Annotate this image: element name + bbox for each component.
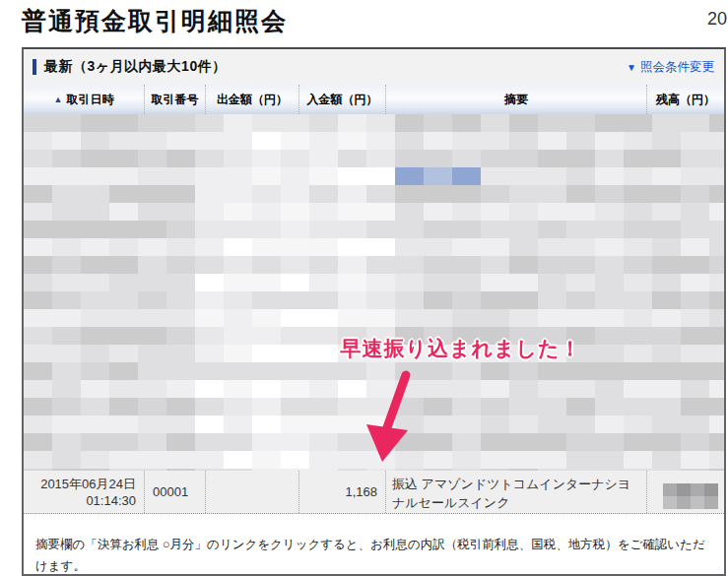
page-date-truncated: 20 [707,9,727,30]
redacted-balance [663,483,718,509]
accent-bar [33,59,36,75]
page-title: 普通預金取引明細照会 [22,5,288,37]
cell-withdrawal [205,471,298,513]
column-header-withdrawal: 出金額（円） [205,85,298,114]
column-header-deposit: 入金額（円） [298,85,385,114]
column-header-number: 取引番号 [144,85,205,114]
annotation-arrow-icon [343,369,422,468]
cell-number: 00001 [144,471,205,513]
table-header-row: ▲ 取引日時 取引番号 出金額（円） 入金額（円） 摘要 残高（円） [24,85,724,114]
date-line2: 01:14:30 [86,493,136,508]
column-header-datetime[interactable]: ▲ 取引日時 [24,85,144,114]
cell-deposit: 1,168 [298,471,385,513]
column-header-description: 摘要 [385,85,646,114]
date-line1: 2015年06月24日 [40,476,136,493]
cell-datetime: 2015年06月24日 01:14:30 [24,471,144,513]
result-range-label: 最新（3ヶ月以内最大10件） [44,58,227,76]
change-conditions-label: 照会条件変更 [640,59,714,76]
column-header-balance: 残高（円） [646,85,724,114]
sort-asc-icon: ▲ [54,95,63,104]
footer-note: 摘要欄の「決算お利息 ○月分」のリンクをクリックすると、お利息の内訳（税引前利息… [24,522,716,576]
cell-balance [646,471,724,513]
annotation-text: 早速振り込まれました！ [313,335,609,362]
inquiry-panel: 最新（3ヶ月以内最大10件） ▼ 照会条件変更 ▲ 取引日時 取引番号 出金額（… [22,47,726,576]
cell-description: 振込 アマゾンドツトコムインターナシヨナルセールスインク [385,471,646,513]
result-header-bar: 最新（3ヶ月以内最大10件） ▼ 照会条件変更 [24,49,724,85]
change-conditions-link[interactable]: ▼ 照会条件変更 [627,59,714,76]
triangle-down-icon: ▼ [627,62,636,73]
transaction-row: 2015年06月24日 01:14:30 00001 1,168 振込 アマゾン… [24,471,724,514]
